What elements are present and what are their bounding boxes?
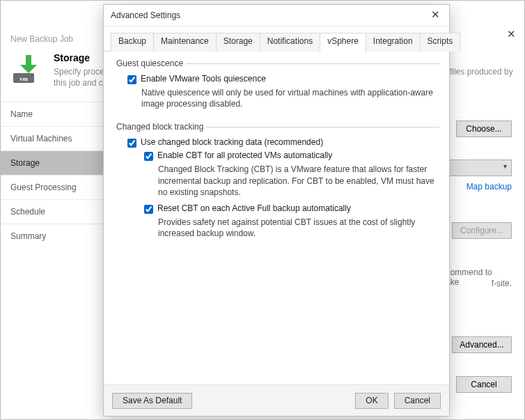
use-cbt-label: Use changed block tracking data (recomme… bbox=[141, 137, 323, 147]
tab-backup[interactable]: Backup bbox=[111, 33, 154, 52]
advanced-settings-dialog: Advanced Settings ✕ Backup Maintenance S… bbox=[103, 4, 450, 417]
dialog-body: Guest quiescence Enable VMware Tools qui… bbox=[104, 52, 449, 244]
wizard-cancel-button[interactable]: Cancel bbox=[456, 376, 512, 393]
reset-cbt-label: Reset CBT on each Active Full backup aut… bbox=[157, 203, 351, 213]
save-as-default-button[interactable]: Save As Default bbox=[112, 393, 192, 409]
tab-maintenance[interactable]: Maintenance bbox=[153, 33, 217, 52]
tab-integration[interactable]: Integration bbox=[366, 33, 421, 52]
tab-scripts[interactable]: Scripts bbox=[420, 33, 461, 52]
guest-quiescence-legend: Guest quiescence bbox=[113, 59, 186, 68]
dialog-titlebar: Advanced Settings ✕ bbox=[104, 5, 449, 26]
dialog-close-button[interactable]: ✕ bbox=[421, 5, 449, 26]
wizard-close-button[interactable]: ✕ bbox=[498, 26, 524, 42]
map-backup-link[interactable]: Map backup bbox=[467, 182, 512, 192]
ok-button[interactable]: OK bbox=[355, 393, 388, 409]
use-cbt-checkbox[interactable] bbox=[127, 139, 136, 148]
svg-text:vm: vm bbox=[19, 75, 29, 82]
step-summary[interactable]: Summary bbox=[1, 224, 105, 248]
wizard-steps-nav: Name Virtual Machines Storage Guest Proc… bbox=[1, 102, 105, 248]
enable-cbt-all-desc: Changed Block Tracking (CBT) is a VMware… bbox=[158, 164, 439, 198]
step-guest-processing[interactable]: Guest Processing bbox=[1, 175, 105, 199]
cancel-button[interactable]: Cancel bbox=[394, 393, 441, 409]
step-name[interactable]: Name bbox=[1, 102, 105, 126]
step-heading: Storage bbox=[54, 52, 90, 63]
step-schedule[interactable]: Schedule bbox=[1, 199, 105, 224]
reset-cbt-desc: Provides safety net against potential CB… bbox=[158, 217, 439, 239]
enable-vmware-tools-label: Enable VMware Tools quiescence bbox=[141, 74, 266, 84]
retention-combo[interactable] bbox=[444, 160, 512, 176]
enable-cbt-all-label: Enable CBT for all protected VMs automat… bbox=[157, 150, 332, 160]
configure-button[interactable]: Configure... bbox=[452, 222, 512, 239]
enable-cbt-all-checkbox[interactable] bbox=[144, 152, 153, 161]
guest-quiescence-desc: Native quiescence will only be used for … bbox=[141, 87, 439, 109]
tab-notifications[interactable]: Notifications bbox=[260, 33, 320, 52]
enable-vmware-tools-checkbox[interactable] bbox=[127, 75, 136, 84]
app-window: New Backup Job ✕ vm Storage Specify proc… bbox=[0, 0, 525, 420]
cbt-legend: Changed block tracking bbox=[113, 122, 206, 132]
advanced-button[interactable]: Advanced... bbox=[452, 336, 512, 353]
wizard-window-title: New Backup Job bbox=[10, 34, 73, 44]
cbt-group: Changed block tracking Use changed block… bbox=[113, 122, 439, 244]
guest-quiescence-group: Guest quiescence Enable VMware Tools qui… bbox=[113, 59, 439, 115]
dialog-tabs: Backup Maintenance Storage Notifications… bbox=[104, 26, 449, 52]
recommend-text-2: f-site. bbox=[492, 279, 512, 288]
dialog-footer: Save As Default OK Cancel bbox=[104, 384, 449, 416]
reset-cbt-checkbox[interactable] bbox=[144, 205, 153, 214]
choose-button[interactable]: Choose... bbox=[456, 120, 512, 137]
step-storage[interactable]: Storage bbox=[1, 150, 105, 175]
tab-storage[interactable]: Storage bbox=[216, 33, 260, 52]
dialog-title: Advanced Settings bbox=[111, 10, 180, 20]
step-virtual-machines[interactable]: Virtual Machines bbox=[1, 126, 105, 150]
tab-vsphere[interactable]: vSphere bbox=[320, 33, 366, 52]
storage-step-icon: vm bbox=[12, 52, 45, 86]
